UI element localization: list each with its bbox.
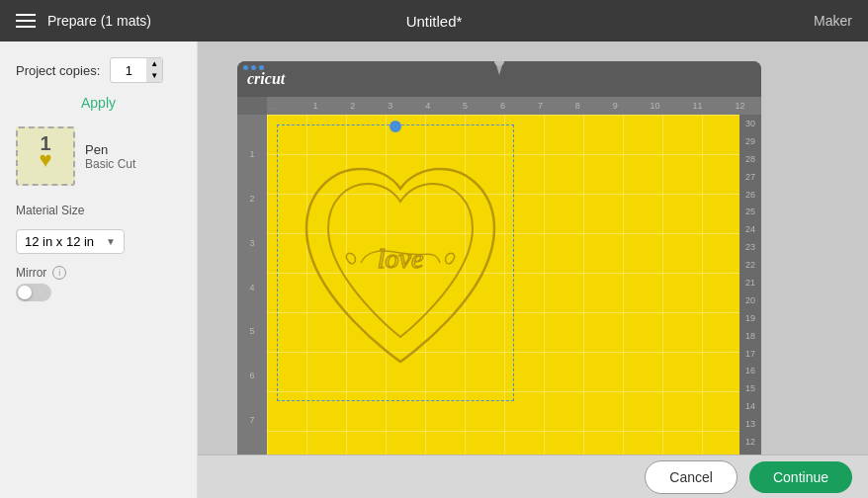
canvas-area: cricut ... 1 2 3 4 5 6 7 8 bbox=[198, 42, 868, 498]
mirror-label: Mirror bbox=[16, 266, 46, 280]
prepare-title: Prepare (1 mats) bbox=[47, 13, 151, 29]
mat-item: 1 ♥ Pen Basic Cut bbox=[16, 126, 181, 186]
svg-point-1 bbox=[494, 61, 504, 66]
mat-cut: Basic Cut bbox=[85, 157, 135, 171]
machine-name: Maker bbox=[814, 13, 852, 29]
info-icon[interactable]: i bbox=[52, 266, 66, 280]
heart-design: love bbox=[287, 134, 514, 391]
mirror-row: Mirror i bbox=[16, 266, 181, 280]
mat-pin-icon bbox=[488, 61, 510, 75]
svg-text:love: love bbox=[378, 243, 424, 274]
top-bar: Prepare (1 mats) Untitled* Maker bbox=[0, 0, 868, 42]
copies-input[interactable] bbox=[111, 58, 146, 82]
mat-type: Pen bbox=[85, 142, 135, 157]
copies-down-button[interactable]: ▼ bbox=[146, 70, 162, 82]
yellow-mat: 30 29 28 27 26 25 24 23 22 21 20 19 18 1… bbox=[267, 115, 761, 486]
ruler-left: 1 2 3 4 5 6 7 8 bbox=[237, 115, 267, 486]
cricut-mat: cricut ... 1 2 3 4 5 6 7 8 bbox=[237, 61, 761, 486]
document-title: Untitled* bbox=[406, 13, 463, 30]
apply-button[interactable]: Apply bbox=[16, 95, 181, 111]
copies-label: Project copies: bbox=[16, 63, 100, 78]
menu-button[interactable] bbox=[16, 14, 36, 28]
heart-svg: love bbox=[287, 134, 514, 391]
continue-button[interactable]: Continue bbox=[749, 461, 852, 493]
chevron-down-icon: ▼ bbox=[106, 236, 116, 247]
copies-input-wrap: ▲ ▼ bbox=[110, 57, 163, 83]
ruler-top: ... 1 2 3 4 5 6 7 8 9 10 11 bbox=[267, 97, 761, 115]
material-size-value: 12 in x 12 in bbox=[25, 234, 94, 249]
mirror-toggle[interactable] bbox=[16, 284, 51, 301]
mat-dots bbox=[237, 61, 270, 74]
bottom-bar: Cancel Continue bbox=[198, 455, 868, 498]
copies-up-button[interactable]: ▲ bbox=[146, 58, 162, 70]
mat-thumbnail: 1 ♥ bbox=[16, 126, 75, 186]
material-size-select[interactable]: 12 in x 12 in ▼ bbox=[16, 229, 125, 254]
mat-info: Pen Basic Cut bbox=[85, 142, 135, 171]
cancel-button[interactable]: Cancel bbox=[645, 460, 738, 494]
toggle-thumb bbox=[18, 286, 32, 299]
mat-number: 1 bbox=[40, 132, 50, 155]
left-panel: Project copies: ▲ ▼ Apply 1 ♥ Pen Basic … bbox=[0, 42, 198, 498]
material-size-label: Material Size bbox=[16, 204, 181, 217]
cricut-top-bar: cricut bbox=[237, 61, 761, 97]
